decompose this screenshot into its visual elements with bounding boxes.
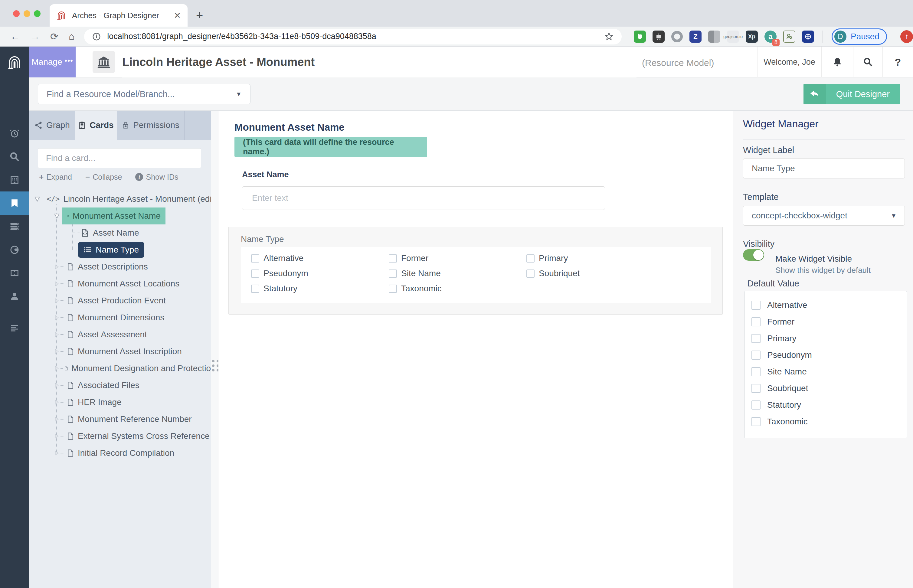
name-type-option[interactable]: Site Name: [389, 266, 527, 281]
find-model-dropdown[interactable]: Find a Resource Model/Branch... ▼: [38, 84, 250, 104]
person-search-extension-icon[interactable]: [783, 31, 795, 43]
tab-close-icon[interactable]: ✕: [174, 11, 181, 21]
selected-widget-highlight[interactable]: Name Type: [78, 242, 144, 258]
sidebar-item-menu-icon[interactable]: [0, 317, 29, 340]
expander-collapsed-icon[interactable]: [53, 433, 60, 440]
macos-minimize-button[interactable]: [24, 10, 30, 17]
geojson-extension-icon[interactable]: geojson.io: [727, 31, 739, 43]
selected-card-highlight[interactable]: Monument Asset Name: [62, 207, 165, 225]
tab-permissions[interactable]: Permissions: [117, 111, 184, 140]
tree-node[interactable]: Monument Designation and Protectio: [29, 360, 211, 377]
default-value-option[interactable]: Former: [751, 313, 907, 330]
sidebar-item-user-icon[interactable]: [0, 284, 29, 308]
tab-graph[interactable]: Graph: [29, 111, 75, 140]
xp-extension-icon[interactable]: Xp: [746, 31, 758, 43]
checkbox-unchecked[interactable]: [751, 417, 761, 426]
default-value-option[interactable]: Soubriquet: [751, 380, 907, 397]
default-value-option[interactable]: Statutory: [751, 397, 907, 413]
browser-profile-button[interactable]: D Paused: [832, 28, 887, 45]
sidebar-item-globe-icon[interactable]: [0, 238, 29, 261]
checkbox-unchecked[interactable]: [527, 254, 535, 263]
name-type-option[interactable]: Alternative: [251, 251, 389, 266]
checkbox-unchecked[interactable]: [751, 334, 761, 343]
template-select[interactable]: concept-checkbox-widget ▼: [743, 206, 905, 226]
checkbox-unchecked[interactable]: [751, 300, 761, 310]
default-value-option[interactable]: Alternative: [751, 297, 907, 313]
tree-node[interactable]: Initial Record Compilation: [29, 445, 211, 462]
checkbox-unchecked[interactable]: [751, 317, 761, 326]
uparrow-extension-icon[interactable]: ↑: [900, 30, 913, 43]
tree-node-selected-widget[interactable]: Name Type: [29, 241, 211, 258]
help-button[interactable]: ?: [882, 47, 913, 78]
name-type-option[interactable]: Taxonomic: [389, 281, 527, 296]
robot-extension-icon[interactable]: [653, 31, 665, 43]
quit-designer-button[interactable]: Quit Designer: [803, 84, 900, 104]
tree-node-selected-card[interactable]: Monument Asset Name: [29, 207, 211, 225]
checkbox-unchecked[interactable]: [389, 270, 397, 278]
expander-collapsed-icon[interactable]: [53, 297, 60, 304]
name-type-option[interactable]: Statutory: [251, 281, 389, 296]
expander-collapsed-icon[interactable]: [53, 348, 60, 355]
notifications-button[interactable]: [821, 47, 853, 78]
widget-label-input[interactable]: [743, 158, 905, 178]
checkbox-unchecked[interactable]: [389, 254, 397, 263]
panel-resize-gutter[interactable]: [211, 111, 218, 588]
reload-icon[interactable]: ⟳: [50, 31, 58, 42]
expander-collapsed-icon[interactable]: [53, 382, 60, 389]
sidebar-item-recent-icon[interactable]: [0, 121, 29, 145]
site-info-icon[interactable]: [92, 32, 101, 41]
tree-node[interactable]: Monument Asset Locations: [29, 275, 211, 292]
checkbox-unchecked[interactable]: [251, 284, 259, 293]
tree-node-asset-name[interactable]: Asset Name: [29, 225, 211, 241]
zotero-extension-icon[interactable]: Z: [690, 31, 701, 43]
expander-collapsed-icon[interactable]: [53, 449, 60, 457]
expander-collapsed-icon[interactable]: [53, 314, 60, 321]
sidebar-item-building-icon[interactable]: [0, 168, 29, 191]
sidebar-item-servers-icon[interactable]: [0, 215, 29, 238]
tab-cards[interactable]: Cards: [75, 111, 117, 140]
grid-extension-icon[interactable]: [708, 31, 720, 43]
show-ids-button[interactable]: iShow IDs: [135, 173, 178, 181]
macos-zoom-button[interactable]: [34, 10, 40, 17]
collapse-all-button[interactable]: −Collapse: [85, 173, 122, 182]
visibility-toggle-on[interactable]: [743, 249, 764, 261]
default-value-option[interactable]: Pseudonym: [751, 347, 907, 363]
expander-open-icon[interactable]: [34, 196, 40, 202]
expander-collapsed-icon[interactable]: [53, 331, 60, 338]
default-value-option[interactable]: Primary: [751, 330, 907, 347]
sidebar-item-bookmark-icon[interactable]: [0, 191, 29, 215]
checkbox-unchecked[interactable]: [751, 351, 761, 360]
expander-collapsed-icon[interactable]: [53, 415, 60, 423]
tree-node[interactable]: HER Image: [29, 394, 211, 411]
name-type-option[interactable]: Soubriquet: [527, 266, 664, 281]
welcome-user[interactable]: Welcome, Joe: [757, 47, 821, 78]
tree-node[interactable]: Associated Files: [29, 377, 211, 394]
default-value-option[interactable]: Taxonomic: [751, 413, 907, 430]
tree-node[interactable]: Monument Dimensions: [29, 309, 211, 326]
expander-collapsed-icon[interactable]: [53, 263, 60, 270]
checkbox-unchecked[interactable]: [251, 270, 259, 278]
tree-node[interactable]: Asset Assessment: [29, 326, 211, 343]
name-type-option[interactable]: Former: [389, 251, 527, 266]
home-icon[interactable]: ⌂: [69, 31, 74, 42]
circle-extension-icon[interactable]: [671, 31, 683, 42]
tree-node[interactable]: Asset Descriptions: [29, 258, 211, 275]
arches-logo[interactable]: [6, 54, 23, 71]
a-extension-icon[interactable]: a 8: [764, 31, 777, 43]
resize-handle[interactable]: [212, 360, 219, 372]
expander-collapsed-icon[interactable]: [53, 280, 60, 288]
macos-close-button[interactable]: [13, 10, 19, 17]
browser-tab[interactable]: Arches - Graph Designer ✕: [50, 4, 187, 27]
search-button[interactable]: [853, 47, 882, 78]
expander-collapsed-icon[interactable]: [53, 365, 60, 372]
tree-node[interactable]: External Systems Cross Reference: [29, 428, 211, 445]
tree-node[interactable]: Asset Production Event: [29, 292, 211, 309]
expander-collapsed-icon[interactable]: [53, 399, 60, 406]
asset-name-input[interactable]: [242, 186, 605, 210]
checkbox-unchecked[interactable]: [527, 270, 535, 278]
checkbox-unchecked[interactable]: [751, 384, 761, 393]
tree-node[interactable]: Monument Reference Number: [29, 411, 211, 428]
tree-node[interactable]: Monument Asset Inscription: [29, 343, 211, 360]
checkbox-unchecked[interactable]: [389, 284, 397, 293]
globe-extension-icon[interactable]: [802, 31, 814, 43]
